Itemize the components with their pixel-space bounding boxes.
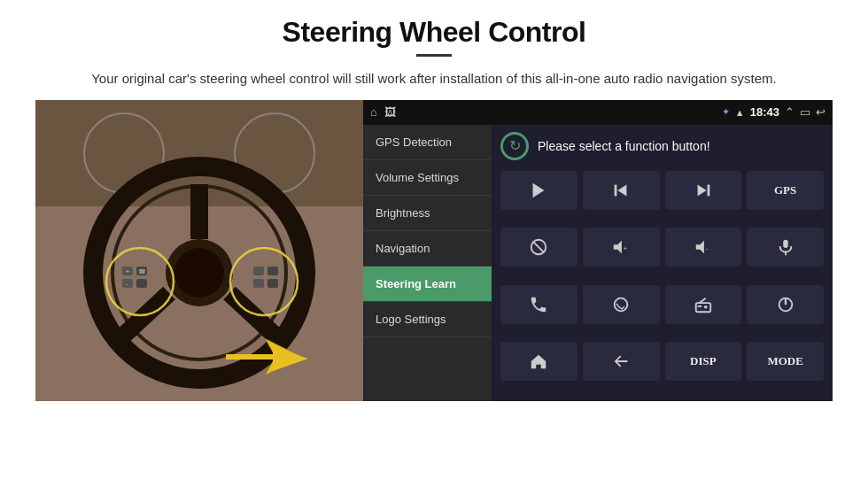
mute-button[interactable] [500,228,577,267]
svg-line-33 [533,242,545,253]
home-status-icon: ⌂ [370,105,377,120]
content-area: + - ☎ [35,100,833,401]
subtitle-text: Your original car's steering wheel contr… [91,69,777,89]
svg-marker-30 [697,184,706,196]
menu-item-volume[interactable]: Volume Settings [363,160,492,196]
power-button[interactable] [747,285,824,324]
menu-item-logo[interactable]: Logo Settings [363,302,492,337]
gps-button[interactable]: GPS [747,171,824,210]
status-bar-right: ✦ ▲ 18:43 ⌃ ▭ ↩ [722,105,825,120]
menu-item-navigation[interactable]: Navigation [363,231,492,267]
bluetooth-icon: ✦ [722,106,730,118]
status-bar: ⌂ 🖼 ✦ ▲ 18:43 ⌃ ▭ ↩ [363,100,833,125]
mode-button[interactable]: MODE [747,342,824,381]
svg-text:☎: ☎ [138,268,146,275]
control-prompt: Please select a function button! [538,139,710,153]
title-divider [416,54,452,57]
home-btn-button[interactable] [500,342,577,381]
dial-button[interactable] [583,285,660,324]
disp-button[interactable]: DISP [665,342,742,381]
svg-rect-21 [253,279,264,288]
vol-up-button[interactable]: + [583,228,660,267]
svg-rect-38 [783,240,788,248]
svg-point-7 [174,248,224,298]
menu-item-gps[interactable]: GPS Detection [363,125,492,160]
svg-marker-36 [696,241,704,254]
svg-rect-23 [267,279,278,288]
header-section: Steering Wheel Control [283,16,586,64]
status-time: 18:43 [750,105,779,119]
svg-rect-22 [267,267,278,275]
phone-button[interactable] [500,285,577,324]
svg-marker-34 [614,241,622,254]
menu-item-brightness[interactable]: Brightness [363,196,492,231]
menu-panel: GPS Detection Volume Settings Brightness… [363,125,492,401]
back-nav-icon: ↩ [816,105,825,120]
svg-rect-29 [615,184,617,196]
svg-text:-: - [706,244,709,252]
next-button[interactable] [665,171,742,210]
control-grid: GPS + - [500,171,824,394]
window-icon: ▭ [800,105,810,120]
menu-item-steering[interactable]: Steering Learn [363,267,492,302]
svg-text:+: + [126,268,129,275]
steering-wheel-image: + - ☎ [35,100,363,401]
car-screen: ⌂ 🖼 ✦ ▲ 18:43 ⌃ ▭ ↩ GPS Detection [363,100,833,401]
svg-rect-25 [226,354,275,360]
vol-down-button[interactable]: - [665,228,742,267]
svg-rect-18 [136,279,147,288]
status-bar-left: ⌂ 🖼 [370,105,396,120]
control-header: ↻ Please select a function button! [500,132,824,160]
svg-point-42 [704,305,708,308]
back-btn-button[interactable] [583,342,660,381]
svg-rect-31 [707,184,709,196]
play-button[interactable] [500,171,577,210]
control-panel: ↻ Please select a function button! [492,125,833,401]
svg-marker-28 [617,184,626,196]
car-image-container: + - ☎ [35,100,363,401]
svg-text:+: + [624,244,627,252]
refresh-icon[interactable]: ↻ [500,132,529,160]
screen-content: GPS Detection Volume Settings Brightness… [363,125,833,401]
radio-button[interactable] [665,285,742,324]
mic-button[interactable] [747,228,824,267]
svg-marker-27 [533,182,545,197]
svg-rect-43 [697,305,701,306]
expand-icon: ⌃ [785,105,794,120]
svg-rect-41 [696,303,711,312]
svg-rect-20 [253,267,264,275]
page-title: Steering Wheel Control [283,16,586,49]
prev-button[interactable] [583,171,660,210]
image-status-icon: 🖼 [384,105,396,120]
wifi-icon: ▲ [735,107,745,118]
